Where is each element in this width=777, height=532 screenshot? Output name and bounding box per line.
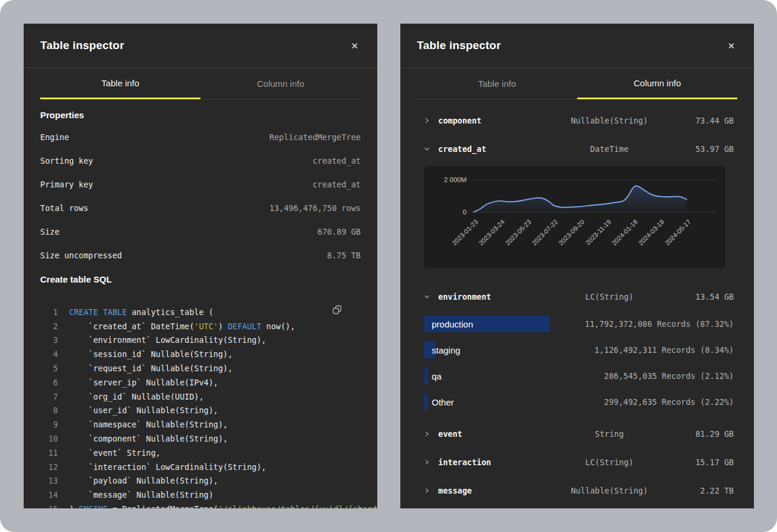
property-label: Size: [40, 227, 60, 236]
sql-code-line: 3 `environment` LowCardinality(String),: [40, 333, 361, 348]
code-text: `interaction` LowCardinality(String),: [69, 462, 266, 472]
column-name: environment: [438, 292, 552, 301]
sql-code-line: 6 `server_ip` Nullable(IPv4),: [40, 375, 361, 390]
column-size: 81.29 GB: [666, 429, 737, 439]
property-row: Size 670.89 GB: [40, 220, 361, 244]
code-text: `request_id` Nullable(String),: [69, 364, 232, 373]
property-label: Primary key: [40, 180, 93, 189]
column-row-created-at[interactable]: created_at DateTime 53.97 GB: [417, 135, 737, 163]
modal-header: Table inspector ✕: [400, 24, 754, 68]
x-axis-tick-label: 2024-05-17: [663, 218, 692, 246]
code-text: `namespace` Nullable(String),: [69, 420, 228, 429]
desktop-background: Table inspector ✕ Table info Column info…: [0, 0, 777, 532]
column-type: String: [552, 429, 666, 439]
code-text: CREATE TABLE analytics_table (: [69, 307, 213, 317]
code-text: `payload` Nullable(String),: [69, 476, 218, 485]
column-type: LC(String): [552, 292, 666, 301]
sql-code-line: 11 `event` String,: [40, 446, 361, 460]
tab-column-info[interactable]: Column info: [577, 68, 737, 99]
column-size: 53.97 GB: [666, 144, 737, 154]
environment-value-distribution: production 11,792,372,086 Records (87.32…: [417, 311, 737, 415]
x-axis-tick-label: 2024-01-18: [610, 218, 639, 246]
tab-table-info[interactable]: Table info: [417, 68, 577, 99]
chevron-right-icon[interactable]: [417, 118, 438, 124]
sql-code-line: 2 `created_at` DateTime('UTC') DEFAULT n…: [40, 319, 361, 333]
close-button[interactable]: ✕: [725, 39, 737, 53]
property-label: Size uncompressed: [40, 251, 122, 260]
area-fill: [474, 186, 687, 212]
create-table-sql-heading: Create table SQL: [40, 267, 361, 291]
env-value-row: production 11,792,372,086 Records (87.32…: [424, 311, 734, 337]
line-number: 14: [40, 490, 58, 499]
line-number: 5: [40, 364, 58, 373]
env-value-label: Other: [432, 397, 454, 407]
property-row: Size uncompressed 8.75 TB: [40, 244, 361, 267]
code-text: ) ENGINE = ReplicatedMergeTree('/clickho…: [69, 504, 377, 508]
property-label: Sorting key: [40, 156, 93, 166]
area-chart-svg: 2 000M 0 2023-01-232023-03-242023-05-232…: [424, 166, 726, 268]
modal-title: Table inspector: [40, 39, 124, 52]
y-axis-zero-label: 0: [463, 209, 467, 216]
property-value: 13,496,476,750 rows: [270, 203, 361, 213]
column-row-event[interactable]: event String 81.29 GB: [417, 420, 737, 448]
property-label: Total rows: [40, 203, 88, 213]
column-row-message[interactable]: message Nullable(String) 2.22 TB: [417, 476, 737, 505]
chevron-down-icon[interactable]: [417, 294, 438, 300]
modal-title: Table inspector: [417, 39, 501, 52]
x-axis-tick-label: 2023-05-23: [504, 218, 532, 246]
code-text: `event` String,: [69, 448, 160, 458]
modal-header: Table inspector ✕: [24, 24, 377, 68]
sql-code-block: 1CREATE TABLE analytics_table (2 `create…: [40, 300, 361, 508]
sql-code-line: 15) ENGINE = ReplicatedMergeTree('/click…: [40, 502, 361, 508]
properties-heading: Properties: [40, 104, 361, 125]
column-row-component[interactable]: component Nullable(String) 73.44 GB: [417, 106, 737, 135]
env-value-records: 1,126,492,311 Records (8.34%): [594, 345, 734, 355]
env-value-records: 299,492,635 Records (2.22%): [604, 397, 734, 407]
env-value-row: staging 1,126,492,311 Records (8.34%): [424, 337, 734, 363]
chevron-down-icon[interactable]: [417, 146, 438, 152]
column-name: interaction: [438, 458, 552, 467]
sql-code-line: 1CREATE TABLE analytics_table (: [40, 305, 361, 319]
tab-bar: Table info Column info: [417, 68, 737, 99]
property-row: Sorting key created_at: [40, 149, 361, 173]
column-row-environment[interactable]: environment LC(String) 13.54 GB: [417, 283, 737, 311]
sql-code-line: 4 `session_id` Nullable(String),: [40, 347, 361, 361]
property-row: Engine ReplicatedMergeTree: [40, 125, 361, 149]
line-number: 12: [40, 462, 58, 472]
chevron-right-icon[interactable]: [417, 488, 438, 494]
env-value-records: 286,545,035 Records (2.12%): [604, 371, 734, 381]
code-text: `session_id` Nullable(String),: [69, 349, 232, 359]
sql-code-line: 14 `message` Nullable(String): [40, 488, 361, 502]
code-text: `server_ip` Nullable(IPv4),: [69, 378, 218, 387]
column-type: DateTime: [552, 144, 666, 154]
copy-icon[interactable]: [331, 304, 343, 317]
y-axis-max-label: 2 000M: [444, 176, 467, 183]
chevron-right-icon[interactable]: [417, 459, 438, 465]
line-number: 3: [40, 335, 58, 345]
x-axis-tick-label: 2023-09-20: [557, 218, 585, 246]
column-size: 73.44 GB: [666, 116, 737, 125]
sql-code-line: 10 `component` Nullable(String),: [40, 432, 361, 446]
column-row-interaction[interactable]: interaction LC(String) 15.17 GB: [417, 448, 737, 476]
code-text: `component` Nullable(String),: [69, 434, 228, 443]
property-label: Engine: [40, 132, 69, 142]
code-text: `org_id` Nullable(UUID),: [69, 392, 204, 401]
sql-code-line: 8 `user_id` Nullable(String),: [40, 404, 361, 418]
env-value-row: qa 286,545,035 Records (2.12%): [424, 363, 734, 389]
env-value-records: 11,792,372,086 Records (87.32%): [585, 319, 734, 329]
properties-list: Engine ReplicatedMergeTree Sorting key c…: [40, 125, 361, 267]
sql-code-line: 13 `payload` Nullable(String),: [40, 474, 361, 488]
line-number: 4: [40, 349, 58, 359]
column-list: component Nullable(String) 73.44 GB crea…: [417, 106, 737, 505]
code-text: `user_id` Nullable(String),: [69, 406, 218, 415]
sql-code-line: 12 `interaction` LowCardinality(String),: [40, 460, 361, 474]
close-button[interactable]: ✕: [348, 39, 361, 53]
line-number: 10: [40, 434, 58, 443]
line-number: 15: [40, 504, 58, 508]
chevron-right-icon[interactable]: [417, 431, 438, 437]
column-name: created_at: [438, 144, 552, 154]
line-number: 2: [40, 322, 58, 331]
tab-table-info[interactable]: Table info: [40, 68, 200, 99]
env-value-label: qa: [432, 371, 442, 381]
tab-column-info[interactable]: Column info: [200, 68, 361, 99]
